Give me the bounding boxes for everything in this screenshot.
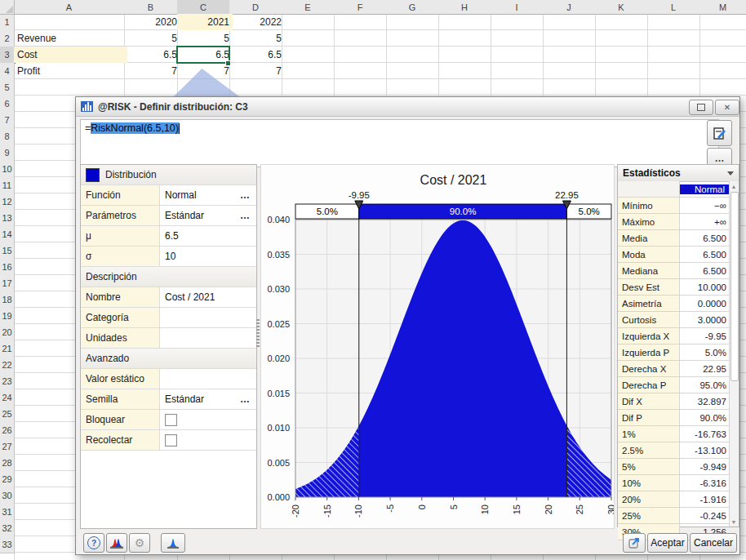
select-all-triangle-icon [6, 6, 13, 13]
column-header-J[interactable]: J [543, 0, 596, 15]
column-header-G[interactable]: G [386, 0, 439, 15]
help-button[interactable]: ? [83, 533, 104, 553]
row-header-1[interactable]: 1 [0, 14, 15, 31]
row-header-30[interactable]: 30 [0, 487, 15, 504]
row-header-13[interactable]: 13 [0, 210, 15, 227]
dialog-titlebar[interactable]: @RISK - Definir distribución: C3 [76, 97, 739, 117]
cell-A3[interactable]: Cost [14, 47, 127, 63]
selected-cell-outline[interactable] [176, 46, 230, 64]
cell-D4[interactable]: 7 [229, 63, 285, 79]
column-header-I[interactable]: I [491, 0, 544, 15]
row-header-24[interactable]: 24 [0, 389, 15, 407]
cell-D2[interactable]: 5 [229, 30, 285, 47]
section-label: Descripción [86, 271, 137, 282]
property-value-field[interactable] [160, 414, 256, 426]
scroll-down-icon[interactable]: ▼ [730, 517, 738, 527]
property-row-13: Recolectar [81, 430, 256, 451]
property-value-field[interactable]: 6.5 [160, 230, 256, 242]
row-header-23[interactable]: 23 [0, 373, 15, 390]
stat-label: Media [618, 230, 680, 246]
row-header-4[interactable]: 4 [0, 63, 15, 80]
row-header-22[interactable]: 22 [0, 357, 15, 374]
row-header-16[interactable]: 16 [0, 259, 15, 276]
row-header-5[interactable]: 5 [0, 79, 15, 96]
svg-text:0.020: 0.020 [267, 353, 290, 363]
column-header-M[interactable]: M [699, 0, 746, 15]
cell-B2[interactable]: 5 [124, 30, 180, 47]
column-header-H[interactable]: H [438, 0, 491, 15]
row-header-18[interactable]: 18 [0, 291, 15, 309]
property-value-field[interactable]: 10 [160, 251, 256, 262]
fill-handle[interactable] [225, 60, 231, 66]
scrollbar-thumb[interactable] [730, 192, 739, 381]
row-header-14[interactable]: 14 [0, 226, 15, 243]
property-value-field[interactable]: Cost / 2021 [160, 291, 256, 303]
column-header-E[interactable]: E [282, 0, 335, 15]
row-header-11[interactable]: 11 [0, 177, 15, 194]
svg-text:0.040: 0.040 [267, 215, 290, 224]
row-header-10[interactable]: 10 [0, 161, 15, 178]
edit-formula-button[interactable] [707, 120, 732, 146]
column-header-K[interactable]: K [595, 0, 648, 15]
row-header-33[interactable]: 33 [0, 536, 15, 553]
close-button[interactable]: ✕ [715, 100, 739, 115]
cell-B4[interactable]: 7 [124, 63, 180, 79]
more-options-button[interactable]: … [237, 188, 253, 202]
maximize-button[interactable] [689, 100, 713, 115]
cancel-button[interactable]: Cancelar [690, 533, 737, 553]
row-header-32[interactable]: 32 [0, 520, 15, 537]
row-header-21[interactable]: 21 [0, 340, 15, 358]
row-header-8[interactable]: 8 [0, 128, 15, 145]
cell-A2[interactable]: Revenue [14, 30, 127, 47]
row-header-12[interactable]: 12 [0, 193, 15, 211]
statistics-scrollbar[interactable]: ▲ ▼ [729, 181, 739, 527]
stat-label: Máximo [618, 214, 680, 229]
row-header-15[interactable]: 15 [0, 242, 15, 260]
row-header-6[interactable]: 6 [0, 96, 15, 113]
column-header-F[interactable]: F [334, 0, 387, 15]
stats-row-11: Derecha P95.0% [618, 377, 730, 393]
stat-label-text: Izquierda X [622, 331, 669, 341]
row-header-17[interactable]: 17 [0, 275, 15, 292]
checkbox-unchecked[interactable] [165, 414, 177, 426]
checkbox-unchecked[interactable] [165, 434, 177, 447]
row-header-20[interactable]: 20 [0, 324, 15, 341]
cell-D3[interactable]: 6.5 [229, 47, 285, 63]
row-header-25[interactable]: 25 [0, 406, 15, 423]
row-header-29[interactable]: 29 [0, 471, 15, 488]
property-label: σ [81, 247, 160, 266]
cell-C2[interactable]: 5 [177, 30, 233, 47]
row-header-2[interactable]: 2 [0, 30, 15, 47]
row-header-19[interactable]: 19 [0, 308, 15, 325]
panel-splitter-handle[interactable] [256, 319, 260, 349]
row-header-28[interactable]: 28 [0, 455, 15, 472]
more-options-button[interactable]: … [237, 208, 253, 222]
column-header-L[interactable]: L [647, 0, 700, 15]
formula-input[interactable]: =RiskNormal(6.5,10) ▲ ▼ [80, 119, 719, 167]
cell-A4[interactable]: Profit [14, 63, 127, 79]
row-header-9[interactable]: 9 [0, 144, 15, 162]
settings-button[interactable]: ⚙ [129, 533, 150, 553]
export-graph-button[interactable] [623, 533, 646, 553]
accept-button[interactable]: Aceptar [647, 533, 688, 553]
row-header-7[interactable]: 7 [0, 112, 15, 129]
row-header-31[interactable]: 31 [0, 504, 15, 521]
column-header-A[interactable]: A [14, 0, 125, 15]
cell-B3[interactable]: 6.5 [124, 47, 180, 63]
stat-label-text: Moda [622, 250, 646, 260]
column-header-B[interactable]: B [124, 0, 178, 15]
overlay-distribution-button[interactable] [106, 533, 127, 553]
row-header-26[interactable]: 26 [0, 422, 15, 439]
statistics-header[interactable]: Estadísticos [618, 165, 739, 182]
cell-C1[interactable]: 2021 [177, 14, 233, 30]
row-header-27[interactable]: 27 [0, 438, 15, 456]
column-header-D[interactable]: D [229, 0, 282, 15]
property-value-field[interactable] [160, 434, 256, 447]
more-options-button[interactable]: … [237, 392, 253, 406]
cell-D1[interactable]: 2022 [229, 14, 285, 30]
select-all-corner[interactable] [0, 0, 15, 15]
stat-value: -16.763 [680, 429, 730, 439]
cell-B1[interactable]: 2020 [124, 14, 180, 30]
distribution-palette-button[interactable] [161, 533, 185, 553]
scroll-up-icon[interactable]: ▲ [730, 181, 738, 191]
